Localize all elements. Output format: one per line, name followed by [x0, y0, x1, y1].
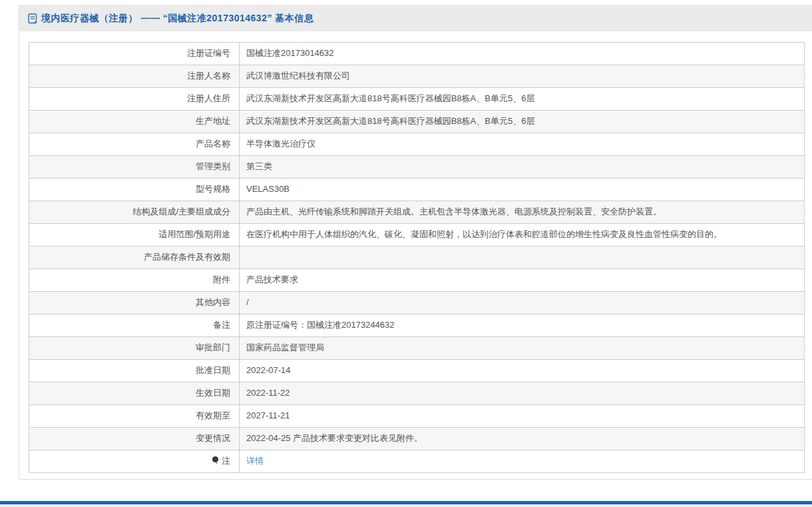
- detail-link[interactable]: 详情: [246, 456, 264, 466]
- table-row: 适用范围/预期用途在医疗机构中用于人体组织的汽化、碳化、凝固和照射，以达到治疗体…: [29, 224, 805, 247]
- row-value: 原注册证编号：国械注准20173244632: [240, 314, 805, 337]
- row-label: 适用范围/预期用途: [29, 224, 240, 247]
- row-label-text: 生效日期: [196, 388, 230, 398]
- row-value-text: 2022-11-22: [246, 388, 290, 398]
- table-row: 批准日期2022-07-14: [29, 360, 805, 382]
- row-value: 国家药品监督管理局: [240, 337, 805, 360]
- row-value-text: 半导体激光治疗仪: [246, 139, 315, 149]
- row-value: VELAS30B: [240, 179, 805, 201]
- row-value: [240, 247, 805, 269]
- row-label-text: 批准日期: [196, 365, 230, 375]
- row-label-text: 备注: [213, 320, 230, 330]
- row-value-text: 产品技术要求: [246, 274, 298, 284]
- table-row: 结构及组成/主要组成成分产品由主机、光纤传输系统和脚踏开关组成。主机包含半导体激…: [29, 201, 805, 224]
- row-label: 变更情况: [29, 428, 240, 450]
- row-value: 武汉东湖新技术开发区高新大道818号高科医疗器械园B8栋A、B单元5、6层: [240, 88, 805, 111]
- table-row: 生产地址武汉东湖新技术开发区高新大道818号高科医疗器械园B8栋A、B单元5、6…: [29, 111, 805, 133]
- row-label: 注册人住所: [29, 88, 240, 111]
- row-value-text: VELAS30B: [246, 184, 290, 194]
- row-value: 产品由主机、光纤传输系统和脚踏开关组成。主机包含半导体激光器、电源系统及控制装置…: [240, 201, 805, 224]
- row-label-text: 产品名称: [196, 139, 230, 149]
- table-row: 管理类别第三类: [29, 156, 805, 179]
- registration-info-table: 注册证编号国械注准20173014632注册人名称武汉博激世纪科技有限公司注册人…: [29, 42, 805, 473]
- row-label: 生效日期: [29, 382, 240, 405]
- row-label: 注册证编号: [29, 43, 240, 65]
- table-row: 产品储存条件及有效期: [29, 247, 805, 269]
- row-value-text: 原注册证编号：国械注准20173244632: [246, 320, 395, 330]
- row-label: 其他内容: [29, 292, 240, 314]
- row-label-text: 其他内容: [196, 297, 230, 307]
- row-value-text: 武汉博激世纪科技有限公司: [246, 71, 350, 81]
- info-table-body: 注册证编号国械注准20173014632注册人名称武汉博激世纪科技有限公司注册人…: [29, 43, 805, 473]
- row-label: 生产地址: [29, 111, 240, 133]
- row-label: 注册人名称: [29, 65, 240, 88]
- row-label: 管理类别: [29, 156, 240, 179]
- row-value: 半导体激光治疗仪: [240, 133, 805, 156]
- row-label-text: 审批部门: [196, 342, 230, 352]
- row-label: 产品名称: [29, 133, 240, 156]
- row-value-text: 2022-04-25 产品技术要求变更对比表见附件。: [246, 433, 423, 443]
- row-label-text: 结构及组成/主要组成成分: [132, 207, 230, 217]
- table-row: 附件产品技术要求: [29, 269, 805, 292]
- row-label-text: 附件: [213, 274, 230, 284]
- table-row: 注册证编号国械注准20173014632: [29, 43, 805, 65]
- table-row: 备注原注册证编号：国械注准20173244632: [29, 314, 805, 337]
- row-value: 2022-04-25 产品技术要求变更对比表见附件。: [240, 428, 805, 450]
- row-value: 详情: [240, 450, 805, 473]
- table-row: 生效日期2022-11-22: [29, 382, 805, 405]
- row-value: 武汉东湖新技术开发区高新大道818号高科医疗器械园B8栋A、B单元5、6层: [240, 111, 805, 133]
- row-label-text: 产品储存条件及有效期: [144, 252, 230, 262]
- row-value-text: 国家药品监督管理局: [246, 342, 324, 352]
- table-row: 其他内容/: [29, 292, 805, 314]
- row-value: 产品技术要求: [240, 269, 805, 292]
- row-value-text: 2027-11-21: [246, 410, 290, 420]
- row-value: 武汉博激世纪科技有限公司: [240, 65, 805, 88]
- table-row: 有效期至2027-11-21: [29, 405, 805, 428]
- row-label-text: 适用范围/预期用途: [158, 229, 230, 239]
- row-label: 结构及组成/主要组成成分: [29, 201, 240, 224]
- row-value: 国械注准20173014632: [240, 43, 805, 65]
- row-label: 注: [29, 450, 240, 473]
- row-label-text: 生产地址: [196, 116, 230, 126]
- row-label-text: 管理类别: [196, 161, 230, 171]
- table-row: 注册人住所武汉东湖新技术开发区高新大道818号高科医疗器械园B8栋A、B单元5、…: [29, 88, 805, 111]
- table-row: 注详情: [29, 450, 805, 473]
- row-label: 型号规格: [29, 179, 240, 201]
- row-label-text: 变更情况: [196, 433, 230, 443]
- registration-info-panel: 境内医疗器械（注册） —— “国械注准20173014632” 基本信息 注册证…: [19, 5, 812, 480]
- row-label-text: 型号规格: [196, 184, 230, 194]
- row-value: 第三类: [240, 156, 805, 179]
- row-value-text: 在医疗机构中用于人体组织的汽化、碳化、凝固和照射，以达到治疗体表和腔道部位的增生…: [246, 229, 722, 239]
- row-value: 在医疗机构中用于人体组织的汽化、碳化、凝固和照射，以达到治疗体表和腔道部位的增生…: [240, 224, 805, 247]
- row-label: 备注: [29, 314, 240, 337]
- table-row: 产品名称半导体激光治疗仪: [29, 133, 805, 156]
- panel-title-bar: 境内医疗器械（注册） —— “国械注准20173014632” 基本信息: [19, 6, 812, 31]
- row-value-text: 武汉东湖新技术开发区高新大道818号高科医疗器械园B8栋A、B单元5、6层: [246, 116, 534, 126]
- row-label: 产品储存条件及有效期: [29, 247, 240, 269]
- row-label-text: 注: [222, 456, 230, 466]
- table-row: 型号规格VELAS30B: [29, 179, 805, 201]
- row-label-text: 有效期至: [196, 410, 230, 420]
- row-value: 2027-11-21: [240, 405, 805, 428]
- bulb-note-icon: [212, 456, 220, 465]
- row-value-text: 武汉东湖新技术开发区高新大道818号高科医疗器械园B8栋A、B单元5、6层: [246, 93, 534, 103]
- row-value: 2022-07-14: [240, 360, 805, 382]
- row-value-text: /: [246, 297, 249, 307]
- table-row: 审批部门国家药品监督管理局: [29, 337, 805, 360]
- footer-strip: [0, 504, 812, 507]
- row-label: 批准日期: [29, 360, 240, 382]
- row-label-text: 注册人名称: [187, 71, 230, 81]
- row-label-text: 注册证编号: [187, 48, 230, 58]
- row-value-text: 第三类: [246, 161, 272, 171]
- row-label: 审批部门: [29, 337, 240, 360]
- row-label-text: 注册人住所: [187, 93, 230, 103]
- row-value: 2022-11-22: [240, 382, 805, 405]
- row-label: 有效期至: [29, 405, 240, 428]
- row-label: 附件: [29, 269, 240, 292]
- page-title: 境内医疗器械（注册） —— “国械注准20173014632” 基本信息: [41, 13, 313, 25]
- document-icon: [28, 13, 37, 24]
- table-row: 注册人名称武汉博激世纪科技有限公司: [29, 65, 805, 88]
- row-value-text: 国械注准20173014632: [246, 48, 334, 58]
- row-value-text: 2022-07-14: [246, 365, 291, 375]
- table-row: 变更情况2022-04-25 产品技术要求变更对比表见附件。: [29, 428, 805, 450]
